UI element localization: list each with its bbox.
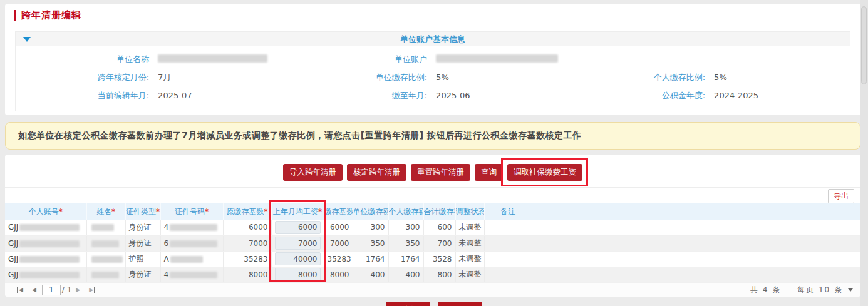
prev-page-icon[interactable]: ◀	[32, 287, 36, 293]
col-adjust-status: 调整状态*	[455, 203, 484, 220]
page-title-row: 跨年清册编辑	[5, 4, 860, 26]
cell-remark	[484, 235, 532, 251]
table-row[interactable]: GJJ 身份证 4 6000 6000 300 300 600 未调整	[5, 220, 860, 235]
cell-total-amount: 800	[423, 267, 455, 282]
field-row-1: 单位名称 单位账户	[16, 50, 850, 68]
redacted-value	[170, 224, 217, 231]
cell-remark	[484, 220, 532, 235]
redacted-value	[19, 256, 80, 263]
field-value-edit-month: 2025-07	[158, 91, 192, 100]
field-value-fund-year: 2024-2025	[714, 91, 758, 100]
account-panel-title: 单位账户基本信息	[400, 34, 465, 45]
cell-base: 8000	[324, 267, 353, 282]
cell-total-amount: 3528	[423, 251, 455, 267]
redacted-value	[170, 240, 217, 247]
cell-status: 未调整	[455, 220, 484, 235]
table-row[interactable]: GJJ 护照 A 35283 35283 1764 1764 3528 未调整	[5, 251, 860, 267]
field-label-unit-name: 单位名称	[16, 54, 149, 65]
cell-cert-type: 护照	[125, 251, 160, 267]
avg-salary-input[interactable]	[275, 268, 321, 281]
toolbar: 导入跨年清册 核定跨年清册 重置跨年清册 查询 调取社保缴费工资	[5, 155, 860, 188]
cell-cert-type: 身份证	[125, 235, 160, 251]
table-row[interactable]: GJJ 身份证 4 8000 8000 400 400 800 未调整	[5, 267, 860, 282]
export-button[interactable]: 导出	[828, 189, 854, 203]
collapse-triangle-icon[interactable]	[23, 37, 31, 42]
field-label-paid-until: 缴至年月:	[294, 90, 427, 101]
notice-banner: 如您单位在核定公积金缴存基数前办理了7月增减员业务或调整了缴存比例，请您点击[重…	[5, 122, 860, 150]
field-row-3: 当前编辑年月:2025-07 缴至年月:2025-06 公积金年度:2024-2…	[16, 86, 850, 105]
cell-remark	[484, 267, 532, 282]
title-accent-bar	[14, 10, 16, 21]
col-cert-type: 证件类型*	[125, 203, 160, 220]
cell-personal-amount: 350	[388, 235, 423, 251]
table-header-row: 个人账号* 姓名* 证件类型* 证件号码* 原缴存基数* 上年月均工资* 缴存基…	[5, 203, 860, 220]
cell-personal-amount: 1764	[388, 251, 423, 267]
table-row[interactable]: GJJ 身份证 6 7000 7000 350 350 700 未调整	[5, 235, 860, 251]
avg-salary-input[interactable]	[275, 221, 321, 234]
field-label-fund-year: 公积金年度:	[572, 90, 705, 101]
redacted-value	[91, 256, 123, 263]
save-button[interactable]: 保存	[438, 302, 482, 306]
cell-unit-amount: 300	[353, 220, 388, 235]
col-avg-salary: 上年月均工资*	[271, 203, 324, 220]
avg-salary-input[interactable]	[275, 237, 321, 250]
cell-personal-amount: 400	[388, 267, 423, 282]
cell-cert-type: 身份证	[125, 267, 160, 282]
cell-base: 7000	[324, 235, 353, 251]
reset-roster-button[interactable]: 重置跨年清册	[411, 164, 470, 181]
col-personal-amount: 个人缴存额*	[388, 203, 423, 220]
cell-status: 未调整	[455, 235, 484, 251]
field-label-crossyear-month: 跨年核定月份:	[16, 72, 149, 83]
page-title: 跨年清册编辑	[21, 9, 81, 21]
redacted-value	[158, 54, 267, 63]
cell-status: 未调整	[455, 267, 484, 282]
cell-unit-amount: 400	[353, 267, 388, 282]
first-page-icon[interactable]: ◀	[17, 287, 23, 293]
field-value-unit-name	[158, 54, 267, 64]
account-panel-header[interactable]: 单位账户基本信息	[16, 32, 850, 46]
fetch-social-salary-button[interactable]: 调取社保缴费工资	[507, 164, 582, 181]
col-base: 缴存基数*	[324, 203, 353, 220]
redacted-value	[19, 240, 80, 247]
col-total-amount: 合计缴存额*	[423, 203, 455, 220]
export-row: 导出	[5, 188, 860, 203]
cell-prev-base: 35283	[223, 251, 271, 267]
footer-actions: 返回 保存	[0, 302, 868, 306]
next-page-icon[interactable]: ▶	[76, 287, 80, 293]
page-number-input[interactable]	[42, 285, 61, 295]
scrollbar-thumb[interactable]	[861, 6, 867, 84]
field-value-personal-ratio: 5%	[714, 73, 727, 82]
col-filler	[532, 203, 860, 220]
field-label-edit-month: 当前编辑年月:	[16, 90, 149, 101]
page-size-select[interactable]: 每页 10 条	[797, 285, 853, 295]
redacted-value	[91, 224, 114, 231]
redacted-value	[19, 272, 80, 278]
col-cert-number: 证件号码*	[160, 203, 223, 220]
account-info-panel: 单位账户基本信息 单位名称 单位账户 跨年核定月份:7月 单位缴存比例:5% 个…	[15, 31, 850, 111]
redacted-value	[170, 256, 203, 263]
query-button[interactable]: 查询	[475, 164, 503, 181]
roster-table: 个人账号* 姓名* 证件类型* 证件号码* 原缴存基数* 上年月均工资* 缴存基…	[5, 203, 860, 283]
scrollbar-track[interactable]	[860, 0, 868, 306]
field-value-unit-account	[436, 54, 558, 64]
cell-unit-amount: 350	[353, 235, 388, 251]
cell-status: 未调整	[455, 251, 484, 267]
redacted-value	[91, 240, 119, 247]
back-button[interactable]: 返回	[386, 302, 430, 306]
verify-roster-button[interactable]: 核定跨年清册	[347, 164, 406, 181]
avg-salary-input[interactable]	[275, 252, 321, 265]
total-count-label: 共 4 条	[750, 285, 781, 295]
last-page-icon[interactable]: ▶	[89, 287, 95, 293]
cell-remark	[484, 251, 532, 267]
total-pages-label: / 1	[62, 285, 72, 294]
field-row-2: 跨年核定月份:7月 单位缴存比例:5% 个人缴存比例:5%	[16, 68, 850, 86]
pagination-bar: ◀ ◀ / 1 ▶ ▶ 共 4 条 每页 10 条	[5, 283, 860, 297]
redacted-value	[170, 272, 217, 278]
account-panel-body: 单位名称 单位账户 跨年核定月份:7月 单位缴存比例:5% 个人缴存比例:5% …	[16, 46, 850, 111]
cell-base: 6000	[324, 220, 353, 235]
field-value-unit-ratio: 5%	[436, 73, 449, 82]
col-name: 姓名*	[86, 203, 125, 220]
import-roster-button[interactable]: 导入跨年清册	[283, 164, 343, 181]
cell-unit-amount: 1764	[353, 251, 388, 267]
main-header-card: 跨年清册编辑 单位账户基本信息 单位名称 单位账户 跨年核定月份:7月 单位缴存…	[5, 4, 860, 115]
